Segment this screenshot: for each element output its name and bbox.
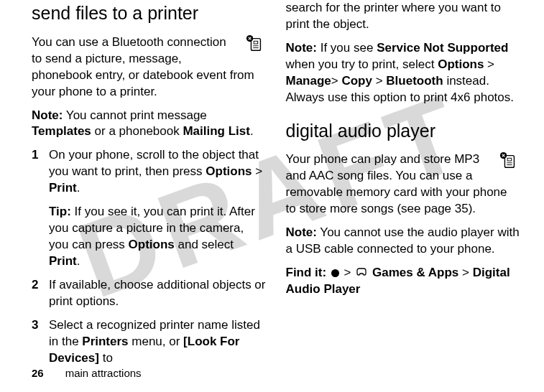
games-apps-label: Games & Apps [372, 266, 458, 279]
step3-text: Select a recognized printer name listed … [49, 317, 266, 367]
center-key-icon [331, 269, 339, 277]
note-part1: You cannot print message [63, 108, 206, 122]
note-paragraph: Note: If you see Service Not Supported w… [286, 40, 520, 106]
note-label: Note: [286, 41, 317, 55]
printers-label: Printers [82, 335, 128, 348]
svg-rect-6 [507, 159, 512, 162]
step2-text: If available, choose additional objects … [49, 277, 266, 310]
page-number: 26 [32, 367, 44, 379]
section-name: main attractions [65, 367, 142, 379]
note-part2: or a phonebook [91, 124, 183, 138]
right-column: search for the printer where you want to… [286, 0, 520, 337]
copy-label: Copy [341, 74, 372, 88]
step1-line1: On your phone, scroll to the object that… [49, 147, 266, 197]
continuation-text: search for the printer where you want to… [286, 0, 520, 33]
step-body: If available, choose additional objects … [49, 277, 266, 310]
step-number: 1 [32, 147, 49, 270]
step-2: 2 If available, choose additional object… [32, 277, 266, 310]
options-label: Options [129, 238, 175, 251]
t: . [77, 181, 80, 195]
print-label: Print [49, 254, 77, 268]
t: . [77, 254, 80, 268]
bluetooth-feature-icon [244, 34, 266, 58]
options-label: Options [206, 164, 252, 178]
find-it-line: Find it: > Games & Apps > Digital Audio … [286, 265, 520, 298]
step-body: On your phone, scroll to the object that… [49, 147, 266, 270]
page-footer: 26main attractions [32, 367, 142, 379]
t: If you see [317, 41, 377, 55]
sep: > [252, 164, 263, 178]
step-number: 2 [32, 277, 49, 310]
step1-tip: Tip: If you see it, you can print it. Af… [49, 204, 266, 270]
t: and select [175, 238, 234, 251]
note-part3: . [250, 124, 254, 138]
service-not-supported: Service Not Supported [377, 41, 508, 55]
sep: > [458, 266, 472, 279]
t: menu, or [129, 335, 184, 348]
memory-card-feature-icon [498, 151, 520, 175]
find-it-label: Find it: [286, 266, 327, 279]
audio-note: Note: You cannot use the audio player wi… [286, 225, 520, 258]
content-columns: send files to a printer You can use a Bl… [32, 0, 520, 337]
sep: > [484, 57, 494, 71]
note-label: Note: [32, 108, 63, 122]
manage-label: Manage [286, 74, 331, 88]
sep: > [341, 266, 354, 279]
games-apps-icon [356, 265, 367, 281]
heading-send-files: send files to a printer [32, 1, 266, 26]
audio-intro: Your phone can play and store MP3 and AA… [286, 151, 520, 218]
note-mailing-list: Mailing List [183, 124, 250, 138]
bluetooth-label: Bluetooth [386, 74, 443, 88]
svg-rect-1 [254, 41, 258, 44]
tip-label: Tip: [49, 205, 71, 218]
step-1: 1 On your phone, scroll to the object th… [32, 147, 266, 270]
sep: > [372, 74, 386, 88]
options-label: Options [438, 57, 484, 71]
step-3: 3 Select a recognized printer name liste… [32, 317, 266, 367]
note-templates: Templates [32, 124, 91, 138]
t: when you try to print, select [286, 57, 438, 71]
heading-digital-audio: digital audio player [286, 119, 520, 144]
sep: > [331, 74, 342, 88]
intro-text: You can use a Bluetooth connection to se… [32, 35, 254, 98]
step-body: Select a recognized printer name listed … [49, 317, 266, 367]
step-number: 3 [32, 317, 49, 367]
t: Your phone can play and store MP3 and AA… [286, 152, 507, 215]
note-paragraph: Note: You cannot print message Templates… [32, 108, 266, 141]
note-label: Note: [286, 225, 317, 239]
t: You cannot use the audio player with a U… [286, 225, 520, 256]
intro-paragraph: You can use a Bluetooth connection to se… [32, 34, 266, 101]
left-column: send files to a printer You can use a Bl… [32, 0, 266, 337]
print-label: Print [49, 181, 77, 195]
t: to [99, 351, 113, 365]
